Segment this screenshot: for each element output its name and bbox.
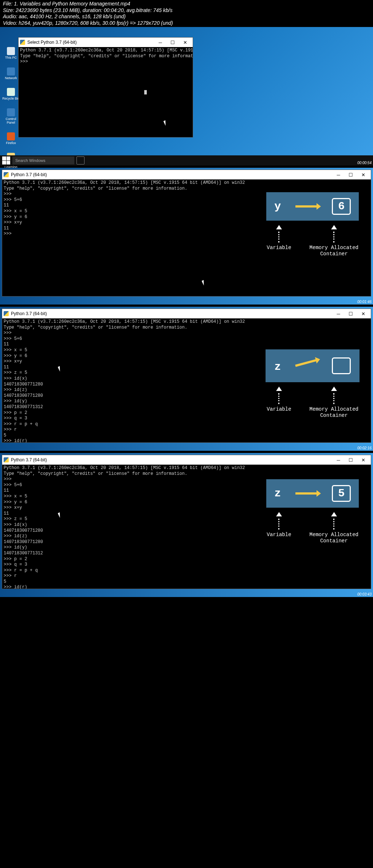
frame-3: Python 3.7 (64-bit) ─ ☐ ✕ Python 3.7.1 (… [0, 307, 373, 451]
maximize-button[interactable]: ☐ [345, 456, 357, 464]
diagram-labels: Variable Memory Allocated Container [265, 387, 360, 419]
diagram-value: 5 [332, 485, 351, 502]
diagram-labels: Variable Memory Allocated Container [265, 512, 360, 544]
dotted-line-icon [333, 519, 334, 530]
dotted-line-icon [278, 393, 279, 404]
variable-label: Variable [267, 532, 291, 538]
dotted-line-icon [333, 393, 334, 404]
minimize-button[interactable]: ─ [332, 456, 345, 464]
desktop-icon-this-pc[interactable]: This PC [2, 47, 20, 59]
minimize-button[interactable]: ─ [332, 171, 345, 179]
diagram-variable: y [274, 199, 281, 214]
variable-label: Variable [267, 406, 291, 412]
text-cursor [144, 90, 147, 94]
diagram-box: z [266, 349, 360, 382]
desktop-icon-network[interactable]: Network [2, 67, 20, 80]
window-title: Python 3.7 (64-bit) [11, 457, 47, 462]
task-view-icon[interactable] [76, 156, 85, 164]
titlebar[interactable]: Select Python 3.7 (64-bit) ─ ☐ ✕ [19, 38, 193, 47]
python-icon [4, 457, 9, 462]
terminal-output[interactable]: Python 3.7.1 (v3.7.1:260ec2c36a, Oct 20 … [2, 179, 371, 296]
window-controls: ─ ☐ ✕ [332, 310, 369, 318]
variable-label: Variable [267, 245, 291, 251]
up-arrow-icon [276, 512, 282, 516]
taskbar: Search Windows [0, 155, 373, 166]
arrow-icon [295, 359, 317, 367]
close-button[interactable]: ✕ [357, 310, 369, 318]
python-window-2: Python 3.7 (64-bit) ─ ☐ ✕ Python 3.7.1 (… [2, 170, 371, 297]
container-label: Memory Allocated Container [310, 532, 358, 544]
window-controls: ─ ☐ ✕ [332, 456, 369, 464]
close-button[interactable]: ✕ [179, 38, 191, 46]
diagram-labels: Variable Memory Allocated Container [265, 225, 360, 257]
titlebar[interactable]: Python 3.7 (64-bit) ─ ☐ ✕ [2, 309, 371, 318]
dotted-line-icon [278, 232, 279, 243]
audio-line: Audio: aac, 44100 Hz, 2 channels, s16, 1… [3, 13, 370, 20]
dotted-line-icon [278, 519, 279, 530]
diagram-value [332, 357, 351, 374]
python-window-4: Python 3.7 (64-bit) ─ ☐ ✕ Python 3.7.1 (… [2, 455, 371, 589]
container-label: Memory Allocated Container [310, 245, 358, 257]
mouse-cursor-icon [203, 280, 207, 286]
diagram-box: y 6 [266, 192, 359, 221]
window-controls: ─ ☐ ✕ [332, 171, 369, 179]
python-icon [4, 172, 9, 177]
diagram-value: 6 [332, 198, 351, 215]
start-button[interactable] [2, 156, 10, 164]
size-line: Size: 24223690 bytes (23.10 MiB), durati… [3, 7, 370, 14]
memory-diagram: y 6 Variable Memory Allocated Container [265, 192, 360, 257]
up-arrow-icon [276, 387, 282, 391]
arrow-icon [295, 205, 317, 208]
maximize-button[interactable]: ☐ [345, 171, 357, 179]
maximize-button[interactable]: ☐ [345, 310, 357, 318]
titlebar[interactable]: Python 3.7 (64-bit) ─ ☐ ✕ [2, 455, 371, 465]
frame-4: Python 3.7 (64-bit) ─ ☐ ✕ Python 3.7.1 (… [0, 453, 373, 597]
mouse-cursor-icon [59, 512, 63, 519]
up-arrow-icon [331, 512, 337, 516]
desktop-icon-firefox[interactable]: Firefox [2, 132, 20, 145]
file-line: File: 1. Variables and Python Memory Man… [3, 1, 370, 7]
desktop-icon-control-panel[interactable]: Control Panel [2, 108, 20, 124]
python-window-3: Python 3.7 (64-bit) ─ ☐ ✕ Python 3.7.1 (… [2, 309, 371, 443]
window-title: Select Python 3.7 (64-bit) [27, 40, 76, 45]
mouse-cursor-icon [164, 120, 169, 127]
diagram-box: z 5 [266, 479, 359, 508]
container-label: Memory Allocated Container [310, 406, 358, 419]
arrow-icon [295, 492, 317, 495]
frame-2: Python 3.7 (64-bit) ─ ☐ ✕ Python 3.7.1 (… [0, 168, 373, 305]
terminal-output[interactable]: Python 3.7.1 (v3.7.1:260ec2c36a, Oct 20 … [2, 318, 371, 442]
up-arrow-icon [276, 225, 282, 229]
timestamp: 00:03:43 [357, 592, 372, 596]
window-controls: ─ ☐ ✕ [154, 38, 191, 46]
minimize-button[interactable]: ─ [154, 38, 166, 46]
terminal-output[interactable]: Python 3.7.1 (v3.7.1:260ec2c36a, Oct 20 … [2, 465, 371, 589]
close-button[interactable]: ✕ [357, 171, 369, 179]
timestamp: 00:01:46 [357, 300, 372, 304]
memory-diagram: z Variable Memory Allocated Container [265, 349, 360, 419]
media-info-header: File: 1. Variables and Python Memory Man… [0, 0, 373, 27]
diagram-variable: z [274, 360, 281, 374]
titlebar[interactable]: Python 3.7 (64-bit) ─ ☐ ✕ [2, 170, 371, 179]
mouse-cursor-icon [59, 366, 63, 372]
frame-1-desktop: This PC Network Recycle Bin Control Pane… [0, 27, 373, 166]
dotted-line-icon [333, 232, 334, 243]
memory-diagram: z 5 Variable Memory Allocated Container [265, 479, 360, 544]
up-arrow-icon [331, 387, 337, 391]
minimize-button[interactable]: ─ [332, 310, 345, 318]
desktop-icon-recycle-bin[interactable]: Recycle Bin [2, 88, 20, 100]
maximize-button[interactable]: ☐ [166, 38, 179, 46]
python-icon [4, 311, 9, 316]
diagram-variable: z [274, 487, 281, 501]
up-arrow-icon [331, 225, 337, 229]
python-window-1: Select Python 3.7 (64-bit) ─ ☐ ✕ Python … [18, 37, 193, 137]
close-button[interactable]: ✕ [357, 456, 369, 464]
timestamp: 00:02:16 [357, 446, 372, 450]
terminal-output[interactable]: Python 3.7.1 (v3.7.1:260ec2c36a, Oct 20 … [19, 47, 193, 137]
timestamp: 00:00:54 [357, 161, 372, 165]
python-icon [20, 40, 25, 45]
search-input[interactable]: Search Windows [12, 156, 74, 164]
window-title: Python 3.7 (64-bit) [11, 311, 47, 316]
video-line: Video: h264, yuv420p, 1280x720, 608 kb/s… [3, 20, 370, 27]
window-title: Python 3.7 (64-bit) [11, 172, 47, 177]
